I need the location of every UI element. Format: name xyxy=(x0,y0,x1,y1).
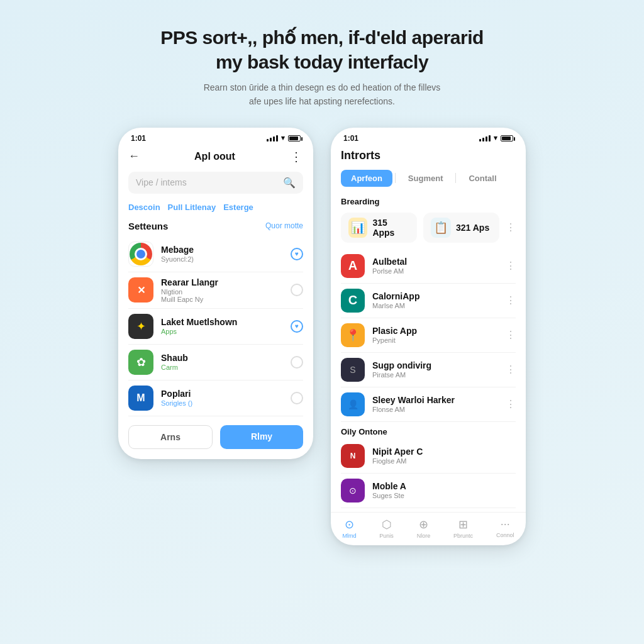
bar3 xyxy=(273,136,275,142)
tab-sugment[interactable]: Sugment xyxy=(398,170,453,187)
app-info-nipit: Nipit Aper C Fioglse AM xyxy=(372,447,516,465)
right-apps-list: A Aulbetal Porlse AM ⋮ C Calorn xyxy=(331,249,526,422)
app-name: Plasic App xyxy=(372,326,498,336)
item-more-button[interactable]: ⋮ xyxy=(506,364,516,375)
right-time: 1:01 xyxy=(343,134,358,143)
right-status-icons: ▾ xyxy=(479,134,513,142)
battery-fill xyxy=(289,136,298,140)
app-toggle-poplari[interactable] xyxy=(291,392,303,404)
filter-tab-esterge[interactable]: Esterge xyxy=(223,203,253,212)
left-search-bar[interactable]: Vipe / intems 🔍 xyxy=(128,172,303,194)
list-item[interactable]: S Sugp ondivirg Piratse AM ⋮ xyxy=(341,353,516,387)
nav-label-nlore: Nlore xyxy=(417,533,431,539)
see-more-button[interactable]: Quor motte xyxy=(265,221,303,230)
app-toggle-laket[interactable] xyxy=(291,320,303,333)
app-icon-laket: ✦ xyxy=(128,314,153,339)
featured-icon-1: 📊 xyxy=(348,218,367,238)
nav-item-connol[interactable]: ··· Connol xyxy=(496,518,514,538)
app-name: Shaub xyxy=(161,353,283,363)
item-more-button[interactable]: ⋮ xyxy=(506,329,516,341)
segment-tabs: Aprfeon Sugment Contall xyxy=(331,167,526,193)
app-name: Laket Muetlshown xyxy=(161,317,283,327)
featured-card-1[interactable]: 📊 315 Apps xyxy=(341,213,417,243)
featured-more-button[interactable]: ⋮ xyxy=(506,221,516,233)
list-item[interactable]: C CalorniApp Marlse AM ⋮ xyxy=(341,284,516,318)
tab-aprfeon[interactable]: Aprfeon xyxy=(341,170,392,187)
app-toggle-mebage[interactable] xyxy=(291,248,303,260)
left-status-bar: 1:01 ▾ xyxy=(118,128,313,145)
right-secondary-list: N Nipit Aper C Fioglse AM ⊙ Moble A xyxy=(331,439,526,508)
app-sub: Syuoncl:2) xyxy=(161,255,283,263)
list-item[interactable]: Mebage Syuoncl:2) xyxy=(128,236,303,272)
back-button[interactable]: ← xyxy=(128,150,140,163)
list-item[interactable]: A Aulbetal Porlse AM ⋮ xyxy=(341,249,516,284)
nav-item-nlore[interactable]: ⊕ Nlore xyxy=(417,518,431,539)
app-sub: Flonse AM xyxy=(372,406,498,413)
wifi-icon: ▾ xyxy=(281,134,285,142)
app-info-shaub: Shaub Carm xyxy=(161,353,283,371)
filter-tab-descoin[interactable]: Descoin xyxy=(128,203,160,212)
featured-section-label: Brearding xyxy=(331,193,526,210)
section-title: Setteuns xyxy=(128,221,168,231)
nav-label-connol: Connol xyxy=(496,532,514,538)
nav-label-home: Mlmd xyxy=(342,533,356,539)
list-item[interactable]: ✦ Laket Muetlshown Apps xyxy=(128,309,303,345)
battery-fill-right xyxy=(502,136,511,140)
left-app-list: Mebage Syuoncl:2) ✕ Rearar Llangr Nlgtio… xyxy=(118,236,313,416)
app-info-sugp: Sugp ondivirg Piratse AM xyxy=(372,360,498,379)
app-info-laket: Laket Muetlshown Apps xyxy=(161,317,283,335)
chrome-circle xyxy=(130,243,152,265)
app-toggle-shaub[interactable] xyxy=(291,356,303,369)
app-sub: Marlse AM xyxy=(372,302,498,309)
cancel-button[interactable]: Arns xyxy=(128,425,213,449)
list-item[interactable]: N Nipit Aper C Fioglse AM xyxy=(341,439,516,474)
filter-tabs: Descoin Pull Litlenay Esterge xyxy=(118,200,313,218)
left-time: 1:01 xyxy=(131,134,146,143)
bar1 xyxy=(479,139,481,142)
signal-bars xyxy=(267,135,278,142)
featured-row: 📊 315 Apps 📋 321 Aps ⋮ xyxy=(331,210,526,249)
app-sub: NlgtionMuill Eapc Ny xyxy=(161,288,283,303)
list-item[interactable]: 📍 Plasic App Pypenit ⋮ xyxy=(341,318,516,353)
confirm-button[interactable]: Rlmy xyxy=(220,425,303,449)
tab-contall[interactable]: Contall xyxy=(458,170,506,187)
bar4 xyxy=(276,135,278,142)
left-nav-bar: ← Apl oout ⋮ xyxy=(118,145,313,169)
more-menu-button[interactable]: ⋮ xyxy=(290,149,303,164)
subtitle: Rearn ston ūride a thin desegn es do ed … xyxy=(204,80,441,109)
app-icon-moble: ⊙ xyxy=(341,479,365,502)
featured-count-2: 321 Aps xyxy=(456,223,489,233)
app-sub: Pypenit xyxy=(372,336,498,344)
item-more-button[interactable]: ⋮ xyxy=(506,398,516,410)
app-icon-chrome xyxy=(128,242,153,267)
featured-card-2[interactable]: 📋 321 Aps xyxy=(423,213,499,243)
list-item[interactable]: ⊙ Moble A Suges Ste xyxy=(341,474,516,508)
list-item[interactable]: ✿ Shaub Carm xyxy=(128,345,303,380)
app-sub-green: Apps xyxy=(161,328,283,335)
tab-divider xyxy=(395,173,396,183)
app-toggle-rearar[interactable] xyxy=(291,284,303,296)
app-info-calorni: CalorniApp Marlse AM xyxy=(372,291,498,309)
nav-item-home[interactable]: ⊙ Mlmd xyxy=(342,518,356,539)
right-main-title: Introrts xyxy=(331,145,526,167)
filter-tab-pull[interactable]: Pull Litlenay xyxy=(168,203,216,212)
app-info-rearar: Rearar Llangr NlgtionMuill Eapc Ny xyxy=(161,277,283,303)
right-phone-inner: 1:01 ▾ Intro xyxy=(331,128,526,545)
list-item[interactable]: 👤 Sleey Warloi Harker Flonse AM ⋮ xyxy=(341,387,516,422)
item-more-button[interactable]: ⋮ xyxy=(506,294,516,306)
search-icon[interactable]: 🔍 xyxy=(283,177,296,189)
list-item[interactable]: M Poplari Sorigles () xyxy=(128,380,303,416)
nav-item-pbruntc[interactable]: ⊞ Pbruntc xyxy=(453,518,473,539)
app-icon-sleey: 👤 xyxy=(341,392,365,416)
nav-item-punis[interactable]: ⬡ Punis xyxy=(379,518,394,539)
phones-row: 1:01 ▾ xyxy=(118,128,526,545)
app-icon-plasic: 📍 xyxy=(341,323,365,347)
wifi-icon-right: ▾ xyxy=(494,134,497,142)
item-more-button[interactable]: ⋮ xyxy=(506,260,516,272)
app-info-aulbetal: Aulbetal Porlse AM xyxy=(372,257,498,275)
list-item[interactable]: ✕ Rearar Llangr NlgtionMuill Eapc Ny xyxy=(128,272,303,309)
app-icon-poplari: M xyxy=(128,386,153,411)
headline: PPS sort+,, phố men, if-d'eld aperarid m… xyxy=(160,25,484,74)
nlore-icon: ⊕ xyxy=(419,518,428,531)
app-icon-calorni: C xyxy=(341,289,365,313)
